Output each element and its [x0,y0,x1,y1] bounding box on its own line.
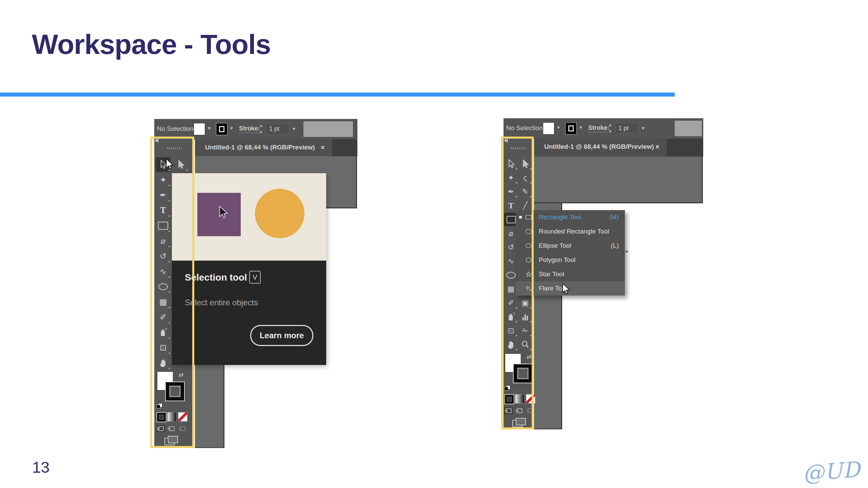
stroke-swatch[interactable] [165,382,185,401]
artboard-tool-button[interactable]: ⊡ [156,340,171,355]
column-graph-tool-button[interactable] [518,310,532,323]
hand-tool-button[interactable] [156,355,171,370]
stroke-swatch-ring [568,125,574,131]
fill-stroke-controls: ⇄ [156,371,188,444]
stroke-weight-chevron-icon[interactable]: ▾ [638,125,648,131]
stroke-weight-field[interactable]: 1 pt [615,123,638,134]
selection-tool-button[interactable] [504,157,518,170]
menu-item-ellipse-tool[interactable]: Ellipse Tool(L) [516,239,625,253]
color-mode-button[interactable] [156,412,166,422]
none-mode-button[interactable] [526,394,535,404]
author-signature: @UD [802,457,861,486]
stroke-weight-field[interactable]: 1 pt [266,123,289,134]
eyedropper-tool-button[interactable]: ✐ [504,296,518,309]
rotate-tool-button[interactable]: ↺ [156,249,171,263]
screen-mode-button[interactable] [512,418,526,427]
menu-item-label: Polygon Tool [539,256,575,264]
document-tab[interactable]: Untitled-1 @ 68,44 % (RGB/Preview) × [534,139,667,157]
draw-behind-button[interactable] [515,407,524,414]
symbol-sprayer-tool-button[interactable] [504,310,518,323]
tab-close-icon[interactable]: × [655,143,659,151]
toolbar-placeholder-box [675,121,702,136]
screen-mode-button[interactable] [164,436,178,445]
swap-fill-stroke-icon[interactable]: ⇄ [179,371,183,379]
draw-normal-button[interactable] [156,425,165,432]
stroke-dropdown-chevron-icon[interactable]: ▾ [576,124,586,130]
fill-dropdown-chevron-icon[interactable]: ▾ [204,125,214,131]
artboard-tool-button[interactable]: ⊡ [504,324,518,337]
lasso-tool-button[interactable]: ς [518,171,532,184]
menu-item-rectangle-tool[interactable]: Rectangle Tool(M) [516,210,625,224]
drawing-modes-row [156,425,188,434]
shaper-balloon-tool-button[interactable] [156,279,171,294]
gradient-mode-button[interactable] [167,412,177,422]
tool-row [504,310,533,324]
direct-selection-tool-button[interactable] [173,157,188,172]
fill-color-swatch[interactable] [194,123,205,135]
color-mode-button[interactable] [504,394,514,404]
selection-status-label: No Selection [506,124,543,132]
rectangle-tool-button[interactable] [156,218,171,233]
shape-builder-tool-button[interactable]: ▣ [518,296,532,309]
curvature-tool-button[interactable]: ✎ [518,185,532,198]
stroke-color-swatch[interactable] [216,123,228,135]
fill-stroke-controls: ⇄ [504,353,535,426]
draw-inside-button[interactable] [178,425,187,432]
step-up-icon[interactable]: ▴ [607,121,613,128]
magic-wand-tool-button[interactable]: ✦ [504,171,518,184]
symbol-sprayer-tool-button[interactable] [156,325,171,340]
illustrator-screenshot-selection-tool: No Selection ▾ ▾ Stroke: ▴▾ 1 pt ▾ Untit… [154,119,357,448]
hand-tool-button[interactable] [504,338,518,351]
step-up-icon[interactable]: ▴ [258,122,264,129]
document-tab[interactable]: Untitled-1 @ 68,44 % (RGB/Preview) × [195,139,333,156]
tooltip-orange-circle [255,189,304,238]
stroke-label[interactable]: Stroke: [588,124,609,133]
stroke-swatch[interactable] [513,364,533,383]
fill-dropdown-chevron-icon[interactable]: ▾ [554,124,563,130]
type-tool-button[interactable]: T [156,203,171,218]
collapse-panel-icon[interactable]: « [504,136,508,145]
step-down-icon[interactable]: ▾ [607,128,613,135]
draw-inside-button[interactable] [526,407,535,414]
stroke-color-swatch[interactable] [565,122,577,135]
slice-tool-button[interactable]: ✁ [518,324,532,337]
pen-tool-button[interactable]: ✒ [156,188,171,202]
magic-wand-tool-button[interactable]: ✦ [156,172,171,187]
step-down-icon[interactable]: ▾ [258,129,264,136]
stroke-label[interactable]: Stroke: [239,125,260,133]
stroke-weight-chevron-icon[interactable]: ▾ [289,126,299,132]
stroke-weight-stepper[interactable]: ▴▾ [258,122,264,136]
stroke-swatch-hole [517,368,529,379]
stroke-weight-stepper[interactable]: ▴▾ [607,121,613,135]
zoom-tool-button[interactable] [518,338,532,351]
menu-item-label: Star Tool [539,270,564,278]
menu-item-star-tool[interactable]: Star Tool [516,267,625,281]
panel-grip-icon[interactable] [167,147,182,149]
pasteboard-area [534,157,703,203]
swap-fill-stroke-icon[interactable]: ⇄ [527,353,531,361]
collapse-panel-icon[interactable]: « [155,136,159,145]
shaper-tool-button[interactable]: ⌀ [156,233,171,248]
learn-more-button[interactable]: Learn more [250,325,313,346]
perspective-grid-tool-button[interactable]: ▦ [156,294,171,309]
draw-normal-button[interactable] [504,407,513,414]
gradient-mode-button[interactable] [515,394,525,404]
pen-tool-button[interactable]: ✒ [504,185,518,198]
draw-behind-button[interactable] [167,425,176,432]
menu-item-flare-tool[interactable]: Flare Tool [516,281,625,296]
stroke-dropdown-chevron-icon[interactable]: ▾ [227,125,236,131]
menu-item-polygon-tool[interactable]: Polygon Tool [516,253,625,267]
eyedropper-tool-button[interactable]: ✐ [156,310,171,324]
menu-item-shortcut: (M) [609,214,619,221]
tool-row: ✐▣ [504,296,533,310]
default-fill-stroke-icon[interactable] [156,403,162,409]
panel-grip-icon[interactable] [511,147,526,149]
menu-item-rounded-rectangle-tool[interactable]: Rounded Rectangle Tool [516,224,625,239]
width-tool-button[interactable]: ∿ [156,264,171,279]
drawing-modes-row [504,407,535,416]
default-fill-stroke-icon[interactable] [504,385,510,391]
fill-color-swatch[interactable] [543,122,554,135]
none-mode-button[interactable] [178,412,188,422]
tab-close-icon[interactable]: × [321,143,325,151]
direct-selection-tool-button[interactable] [518,157,532,170]
